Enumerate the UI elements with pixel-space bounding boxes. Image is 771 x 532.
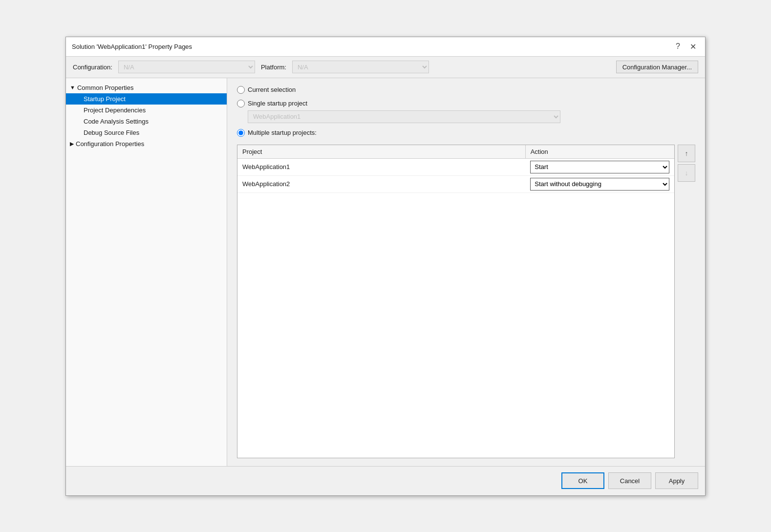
platform-select[interactable]: N/A [292,61,429,73]
config-properties-arrow: ▶ [70,141,74,147]
sidebar-item-code-analysis[interactable]: Code Analysis Settings [66,116,227,127]
current-selection-label[interactable]: Current selection [248,86,296,93]
title-bar: Solution 'WebApplication1' Property Page… [66,37,705,57]
config-properties-label: Configuration Properties [76,140,144,148]
col-action-header: Action [526,145,674,158]
footer: OK Cancel Apply [66,466,705,495]
sidebar-item-project-dependencies[interactable]: Project Dependencies [66,105,227,116]
single-startup-radio[interactable] [237,100,245,107]
right-panel: Current selection Single startup project… [227,78,705,466]
config-manager-button[interactable]: Configuration Manager... [616,61,698,73]
common-properties-header[interactable]: ▼ Common Properties [66,82,227,93]
dialog-title: Solution 'WebApplication1' Property Page… [72,43,192,50]
table-and-arrows: Project Action WebApplication1 None Star… [237,145,695,458]
multiple-startup-section: Project Action WebApplication1 None Star… [237,145,695,458]
platform-label: Platform: [261,64,286,71]
arrow-buttons: ↑ ↓ [678,145,695,458]
common-properties-label: Common Properties [77,84,134,91]
multiple-startup-radio[interactable] [237,129,245,137]
single-startup-section: Single startup project WebApplication1 [237,100,695,123]
configuration-select[interactable]: N/A [118,61,255,73]
table-row: WebApplication1 None Start Start without… [237,159,674,176]
table-header: Project Action [237,145,674,159]
multiple-startup-row: Multiple startup projects: [237,129,695,137]
project-name-cell: WebApplication1 [237,161,525,172]
sidebar: ▼ Common Properties Startup Project Proj… [66,78,227,466]
move-down-button[interactable]: ↓ [678,164,695,182]
single-startup-label[interactable]: Single startup project [248,100,307,107]
cancel-button[interactable]: Cancel [608,472,651,489]
apply-button[interactable]: Apply [655,472,698,489]
property-pages-dialog: Solution 'WebApplication1' Property Page… [65,37,706,496]
action-select-row2[interactable]: None Start Start without debugging [530,178,669,191]
config-properties-header[interactable]: ▶ Configuration Properties [66,138,227,149]
ok-button[interactable]: OK [561,472,604,489]
sidebar-item-startup-project[interactable]: Startup Project [66,93,227,105]
move-up-button[interactable]: ↑ [678,145,695,162]
current-selection-radio[interactable] [237,86,245,94]
col-project-header: Project [237,145,526,158]
projects-table: Project Action WebApplication1 None Star… [237,145,675,458]
action-select-row1[interactable]: None Start Start without debugging [530,161,669,173]
action-cell[interactable]: None Start Start without debugging [525,159,674,175]
startup-radio-group: Current selection Single startup project… [237,86,695,137]
common-properties-arrow: ▼ [70,85,75,90]
multiple-startup-label[interactable]: Multiple startup projects: [248,129,317,136]
configuration-label: Configuration: [73,64,112,71]
single-project-select[interactable]: WebApplication1 [248,110,560,123]
table-row: WebApplication2 None Start Start without… [237,176,674,193]
help-button[interactable]: ? [673,41,683,52]
current-selection-row: Current selection [237,86,695,94]
single-startup-row: Single startup project [237,100,695,107]
project-name-cell: WebApplication2 [237,178,525,190]
config-bar: Configuration: N/A Platform: N/A Configu… [66,57,705,78]
title-bar-actions: ? ✕ [673,41,699,52]
main-content: ▼ Common Properties Startup Project Proj… [66,78,705,466]
action-cell[interactable]: None Start Start without debugging [525,176,674,192]
close-button[interactable]: ✕ [687,41,699,52]
sidebar-item-debug-source[interactable]: Debug Source Files [66,127,227,138]
